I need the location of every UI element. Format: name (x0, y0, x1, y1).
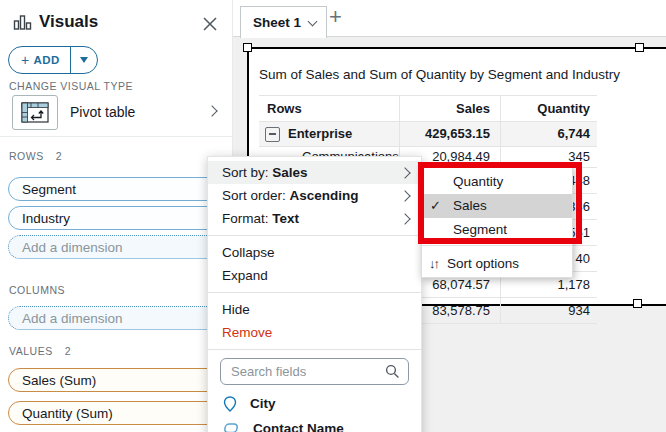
add-button[interactable]: + ADD (9, 47, 71, 73)
header-sales: Sales (399, 96, 500, 121)
field-pill-sales-sum[interactable]: Sales (Sum) (8, 368, 219, 392)
panel-divider (0, 136, 232, 137)
dimension-field-icon (223, 422, 240, 432)
add-dropdown-button[interactable] (71, 47, 97, 73)
change-visual-type-label: CHANGE VISUAL TYPE (9, 80, 133, 92)
values-count: 2 (65, 345, 71, 357)
chevron-down-icon[interactable] (308, 16, 318, 26)
add-button-label: ADD (34, 54, 60, 66)
submenu-item-sort-options[interactable]: ↓↑ Sort options (422, 249, 572, 277)
chevron-right-icon (399, 167, 410, 178)
menu-divider (208, 292, 421, 293)
collapse-icon[interactable] (265, 127, 280, 142)
menu-item-collapse[interactable]: Collapse (208, 241, 421, 264)
table-row-enterprise[interactable]: Enterprise 429,653.15 6,744 (259, 122, 597, 147)
quantity-value: 6,744 (500, 122, 597, 146)
submenu-option-quantity[interactable]: Quantity (422, 170, 572, 194)
close-icon[interactable] (201, 15, 219, 33)
field-pill-segment[interactable]: Segment (8, 177, 219, 201)
menu-item-sort-by[interactable]: Sort by: Sales (208, 161, 421, 184)
pivot-table-icon (21, 102, 49, 123)
field-pill-industry[interactable]: Industry (8, 206, 219, 230)
quantity-value: 345 (500, 147, 597, 167)
menu-item-expand[interactable]: Expand (208, 264, 421, 287)
table-header-row: Rows Sales Quantity (259, 95, 597, 122)
search-icon (385, 364, 400, 379)
chevron-right-icon[interactable] (206, 105, 217, 116)
add-dimension-dropzone-rows[interactable]: Add a dimension (8, 235, 219, 259)
row-label: Enterprise (288, 122, 352, 146)
menu-item-remove[interactable]: Remove (208, 321, 421, 344)
menu-item-hide[interactable]: Hide (208, 298, 421, 321)
submenu-option-segment[interactable]: Segment (422, 218, 572, 242)
add-visual-split-button: + ADD (8, 46, 98, 74)
rows-count: 2 (56, 150, 62, 162)
rows-section-label: ROWS2 (9, 150, 62, 162)
sort-by-submenu: Quantity ✓ Sales Segment ↓↑ Sort options (421, 166, 573, 278)
field-item-city[interactable]: City (208, 391, 421, 416)
chevron-right-icon (399, 190, 410, 201)
add-dimension-dropzone-columns[interactable]: Add a dimension (8, 306, 219, 330)
field-item-contact-name[interactable]: Contact Name (208, 416, 421, 432)
search-fields-container (220, 358, 409, 385)
sheet-tab-label: Sheet 1 (253, 15, 301, 30)
menu-divider (422, 245, 572, 246)
quantity-value: 934 (500, 298, 597, 323)
menu-divider (208, 235, 421, 236)
visual-type-label: Pivot table (70, 104, 135, 120)
sheet-tab-bar: Sheet 1 + (232, 0, 666, 37)
menu-divider (208, 349, 421, 350)
header-quantity: Quantity (500, 96, 597, 121)
context-menu: Sort by: Sales Sort order: Ascending For… (207, 156, 422, 432)
location-pin-icon (223, 396, 237, 412)
visual-type-button[interactable] (12, 95, 58, 130)
menu-item-sort-order[interactable]: Sort order: Ascending (208, 184, 421, 207)
sort-arrows-icon: ↓↑ (429, 256, 438, 271)
plus-icon: + (21, 52, 30, 68)
visuals-panel: Visuals + ADD CHANGE VISUAL TYPE (0, 0, 233, 432)
columns-section-label: COLUMNS (9, 284, 65, 296)
search-fields-input[interactable] (220, 358, 409, 385)
field-label: Contact Name (253, 421, 344, 432)
caret-down-icon (80, 57, 88, 63)
values-section-label: VALUES2 (9, 345, 71, 357)
chevron-right-icon (399, 213, 410, 224)
panel-title: Visuals (39, 12, 98, 32)
header-rows: Rows (259, 96, 399, 121)
menu-item-format[interactable]: Format: Text (208, 207, 421, 230)
checkmark-icon: ✓ (430, 194, 441, 218)
field-label: City (250, 396, 276, 411)
submenu-option-sales[interactable]: ✓ Sales (422, 194, 572, 218)
sales-value: 429,653.15 (399, 122, 500, 146)
field-pill-quantity-sum[interactable]: Quantity (Sum) (8, 401, 219, 425)
resize-handle-top[interactable] (635, 43, 644, 52)
resize-handle-top-left[interactable] (243, 43, 252, 52)
quicksight-analysis-screen: Sheet 1 + Sum of Sales and Sum of Quanti… (0, 0, 666, 432)
visual-title: Sum of Sales and Sum of Quantity by Segm… (259, 67, 620, 82)
add-sheet-button[interactable]: + (329, 4, 342, 30)
resize-handle-bottom[interactable] (633, 299, 642, 308)
tab-sheet-1[interactable]: Sheet 1 (240, 6, 327, 38)
bar-chart-icon (13, 14, 32, 31)
